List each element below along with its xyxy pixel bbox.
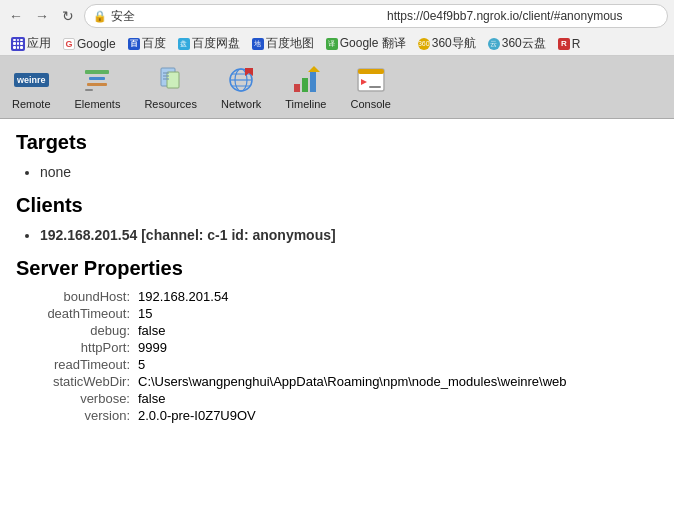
prop-key: version: <box>28 408 138 423</box>
prop-key: readTimeout: <box>28 357 138 372</box>
bookmark-apps-label: 应用 <box>27 35 51 52</box>
toolbar-elements-label: Elements <box>75 98 121 110</box>
toolbar-elements[interactable]: Elements <box>63 60 133 114</box>
prop-key: staticWebDir: <box>28 374 138 389</box>
toolbar-network-label: Network <box>221 98 261 110</box>
svg-rect-3 <box>85 89 93 91</box>
prop-value: 15 <box>138 306 152 321</box>
property-row: staticWebDir:C:\Users\wangpenghui\AppDat… <box>28 373 658 390</box>
devtools-toolbar: weinre Remote Elements Resources <box>0 56 674 119</box>
prop-key: debug: <box>28 323 138 338</box>
bookmark-pan-label: 百度网盘 <box>192 35 240 52</box>
toolbar-timeline-label: Timeline <box>285 98 326 110</box>
property-row: version:2.0.0-pre-I0Z7U9OV <box>28 407 658 424</box>
svg-rect-5 <box>167 72 179 88</box>
toolbar-resources[interactable]: Resources <box>132 60 209 114</box>
toolbar-console-label: Console <box>350 98 390 110</box>
bookmark-360nav[interactable]: 360 360导航 <box>415 34 479 53</box>
prop-key: verbose: <box>28 391 138 406</box>
bookmarks-bar: 应用 G Google 百 百度 盘 百度网盘 地 百度地图 译 Google … <box>0 32 674 55</box>
targets-none: none <box>40 162 658 182</box>
property-row: boundHost:192.168.201.54 <box>28 288 658 305</box>
bookmark-translate-label: Google 翻译 <box>340 35 406 52</box>
forward-button[interactable]: → <box>32 6 52 26</box>
prop-value: 192.168.201.54 <box>138 289 228 304</box>
svg-rect-15 <box>294 84 300 92</box>
back-button[interactable]: ← <box>6 6 26 26</box>
svg-rect-0 <box>85 70 109 74</box>
bookmark-translate[interactable]: 译 Google 翻译 <box>323 34 409 53</box>
bookmark-baidu[interactable]: 百 百度 <box>125 34 169 53</box>
resources-icon <box>155 64 187 96</box>
timeline-icon <box>290 64 322 96</box>
security-label: 安全 <box>111 8 383 25</box>
bookmark-360pan-label: 360云盘 <box>502 35 546 52</box>
property-row: httpPort:9999 <box>28 339 658 356</box>
bookmark-r-label: R <box>572 37 581 51</box>
prop-key: httpPort: <box>28 340 138 355</box>
svg-rect-20 <box>358 69 384 74</box>
toolbar-network[interactable]: Network <box>209 60 273 114</box>
prop-value: 9999 <box>138 340 167 355</box>
elements-icon <box>81 64 113 96</box>
bookmark-map-label: 百度地图 <box>266 35 314 52</box>
address-text: https://0e4f9bb7.ngrok.io/client/#anonym… <box>387 9 659 23</box>
clients-heading: Clients <box>16 194 658 217</box>
console-icon <box>355 64 387 96</box>
targets-list: none <box>40 162 658 182</box>
prop-value: false <box>138 323 165 338</box>
svg-marker-18 <box>308 66 320 72</box>
nav-bar: ← → ↻ 🔒 安全 https://0e4f9bb7.ngrok.io/cli… <box>0 0 674 32</box>
clients-list: 192.168.201.54 [channel: c-1 id: anonymo… <box>40 225 658 245</box>
prop-value: false <box>138 391 165 406</box>
bookmark-pan[interactable]: 盘 百度网盘 <box>175 34 243 53</box>
svg-rect-1 <box>89 77 105 80</box>
bookmark-360nav-label: 360导航 <box>432 35 476 52</box>
toolbar-timeline[interactable]: Timeline <box>273 60 338 114</box>
prop-value: C:\Users\wangpenghui\AppData\Roaming\npm… <box>138 374 567 389</box>
toolbar-remote-label: Remote <box>12 98 51 110</box>
svg-rect-22 <box>369 86 381 88</box>
lock-icon: 🔒 <box>93 10 107 23</box>
bookmark-360pan[interactable]: 云 360云盘 <box>485 34 549 53</box>
prop-value: 5 <box>138 357 145 372</box>
bookmark-map[interactable]: 地 百度地图 <box>249 34 317 53</box>
address-bar[interactable]: 🔒 安全 https://0e4f9bb7.ngrok.io/client/#a… <box>84 4 668 28</box>
prop-key: deathTimeout: <box>28 306 138 321</box>
prop-value: 2.0.0-pre-I0Z7U9OV <box>138 408 256 423</box>
network-icon <box>225 64 257 96</box>
bookmark-google-label: Google <box>77 37 116 51</box>
toolbar-console[interactable]: Console <box>338 60 402 114</box>
svg-rect-17 <box>310 72 316 92</box>
targets-heading: Targets <box>16 131 658 154</box>
bookmark-google[interactable]: G Google <box>60 36 119 52</box>
property-row: debug:false <box>28 322 658 339</box>
toolbar-remote[interactable]: weinre Remote <box>0 60 63 114</box>
browser-chrome: ← → ↻ 🔒 安全 https://0e4f9bb7.ngrok.io/cli… <box>0 0 674 56</box>
property-row: readTimeout:5 <box>28 356 658 373</box>
remote-icon: weinre <box>15 64 47 96</box>
prop-key: boundHost: <box>28 289 138 304</box>
server-heading: Server Properties <box>16 257 658 280</box>
bookmark-apps[interactable]: 应用 <box>8 34 54 53</box>
property-row: verbose:false <box>28 390 658 407</box>
refresh-button[interactable]: ↻ <box>58 6 78 26</box>
page-content: Targets none Clients 192.168.201.54 [cha… <box>0 119 674 436</box>
property-row: deathTimeout:15 <box>28 305 658 322</box>
svg-rect-16 <box>302 78 308 92</box>
toolbar-resources-label: Resources <box>144 98 197 110</box>
svg-marker-14 <box>245 68 253 76</box>
client-entry: 192.168.201.54 [channel: c-1 id: anonymo… <box>40 225 658 245</box>
bookmark-baidu-label: 百度 <box>142 35 166 52</box>
bookmark-r[interactable]: R R <box>555 36 584 52</box>
server-properties-table: boundHost:192.168.201.54deathTimeout:15d… <box>28 288 658 424</box>
svg-rect-2 <box>87 83 107 86</box>
